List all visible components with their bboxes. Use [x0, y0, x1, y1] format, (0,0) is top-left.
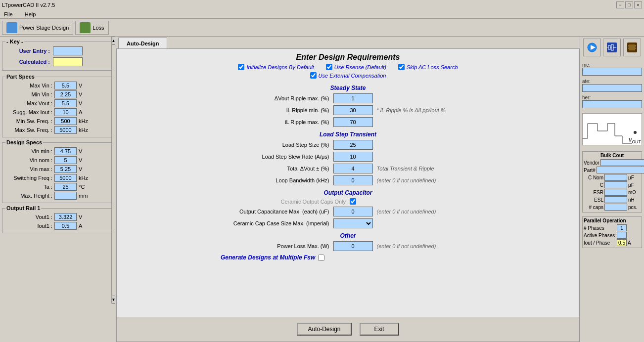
tab-auto-design[interactable]: Auto-Design [118, 38, 167, 48]
bulk-part-input[interactable] [597, 167, 644, 173]
bulk-c-input[interactable] [604, 181, 627, 188]
spec-vout1[interactable]: 3.322 [54, 213, 77, 221]
close-button[interactable]: × [634, 1, 642, 8]
parallel-iout-row: Iout / Phase 0.5 A [584, 239, 641, 246]
power-stage-icon [6, 22, 17, 33]
il-ripple-min-input[interactable] [333, 105, 373, 115]
il-min-label: iL Ripple min. (%) [221, 107, 329, 113]
spec-vin-nom[interactable]: 5 [54, 156, 77, 164]
bulk-c-label: C [584, 182, 603, 188]
form-row-cap-max: Output Capacitance Max. (each) (uF) (ent… [122, 207, 574, 216]
tab-bar: Auto-Design [116, 37, 580, 48]
vout-ripple-input[interactable] [333, 93, 373, 103]
bulk-caps-input[interactable] [604, 204, 627, 211]
spec-row: Vin min : 4.75 V [5, 147, 110, 155]
spec-max-freq[interactable]: 5000 [54, 126, 77, 134]
ceramic-only-checkbox[interactable] [350, 198, 356, 205]
checkbox-rsense-input[interactable] [326, 64, 332, 70]
vout-ripple-label: ΔVout Ripple max. (%) [221, 95, 329, 101]
bulk-esl-unit: nH [628, 197, 641, 203]
spec-min-vin[interactable]: 2.25 [54, 90, 77, 98]
spec-ta[interactable]: 25 [54, 183, 77, 191]
scroll-down[interactable]: ▼ [112, 296, 115, 303]
generate-multiple-label[interactable]: Generate Designs at Multiple Fsw [221, 254, 324, 261]
spec-vin-min[interactable]: 4.75 [54, 147, 77, 155]
spec-row: Ta : 25 °C [5, 183, 110, 191]
form-row-slew-rate: Load Step Slew Rate (A/μs) [122, 152, 574, 162]
loss-button[interactable]: Loss [75, 21, 108, 35]
checkbox-skip-ac-input[interactable] [398, 64, 405, 70]
left-panel: - Key - User Entry : Calculated : Part S… [0, 37, 116, 342]
checkbox-external-comp-input[interactable] [310, 72, 317, 79]
field-her-input[interactable] [582, 100, 642, 108]
il-ripple-max-input[interactable] [333, 117, 373, 127]
bandwidth-input[interactable] [333, 175, 373, 185]
menu-help[interactable]: Help [23, 11, 38, 17]
checkbox-rsense[interactable]: Use Rsense (Default) [326, 64, 386, 70]
spec-vin-max[interactable]: 5.25 [54, 165, 77, 173]
calculated-indicator [53, 57, 83, 66]
titlebar-title: LTpowerCAD II v2.7.5 [2, 2, 55, 8]
left-scrollbar[interactable]: ▲ ▼ [111, 37, 115, 303]
parallel-active-value[interactable] [617, 232, 627, 239]
slew-rate-input[interactable] [333, 152, 373, 162]
design-requirements-panel: Enter Design Requirements Initialize Des… [116, 48, 580, 342]
form-row-case-size: Ceramic Cap Case Size Max. (Imperial) [122, 218, 574, 228]
spec-max-iout[interactable]: 10 [54, 108, 77, 116]
spec-max-vin[interactable]: 5.5 [54, 82, 77, 89]
total-dvout-input[interactable] [333, 164, 373, 173]
power-stage-design-button[interactable]: Power Stage Design [2, 21, 73, 35]
circuit-icon-button[interactable] [603, 39, 621, 56]
spec-row: Max Sw. Freq. : 5000 kHz [5, 126, 110, 134]
key-section: - Key - User Entry : Calculated : [2, 39, 114, 71]
spec-row: Min Sw. Freq. : 500 kHz [5, 117, 110, 125]
power-loss-input[interactable] [333, 241, 373, 251]
minimize-button[interactable]: − [616, 1, 624, 8]
checkbox-initialize[interactable]: Initialize Designs By Default [238, 64, 314, 70]
bulk-vendor-input[interactable] [600, 159, 644, 166]
spec-min-freq[interactable]: 500 [54, 117, 77, 125]
exit-button[interactable]: Exit [360, 323, 399, 336]
checkbox-external-comp-label: Use External Compensation [319, 73, 386, 79]
bulk-cnom-input[interactable] [604, 174, 627, 181]
case-size-select[interactable] [333, 218, 373, 228]
center-panel: Auto-Design Enter Design Requirements In… [116, 37, 580, 342]
scroll-up[interactable]: ▲ [112, 37, 115, 44]
bulk-esl-label: ESL [584, 197, 603, 203]
field-ate-input[interactable] [582, 84, 642, 92]
toolbar: Power Stage Design Loss [0, 19, 644, 37]
play-icon-button[interactable] [583, 39, 601, 56]
checkbox-skip-ac[interactable]: Skip AC Loss Search [398, 64, 458, 70]
spec-sw-freq[interactable]: 5000 [54, 174, 77, 182]
maximize-button[interactable]: □ [625, 1, 633, 8]
bandwidth-note: (enter 0 if not undefined) [377, 177, 476, 183]
spec-max-height[interactable] [54, 192, 77, 200]
checkbox-initialize-input[interactable] [238, 64, 244, 70]
spec-label: Max Vin : [5, 83, 52, 88]
menu-file[interactable]: File [2, 11, 15, 17]
bulk-caps-unit: pcs. [628, 205, 641, 210]
parallel-section: Parallel Operation # Phases 1 Active Pha… [582, 216, 642, 248]
checkbox-external-comp[interactable]: Use External Compensation [310, 72, 386, 79]
field-me-input[interactable] [582, 68, 642, 76]
parallel-phases-row: # Phases 1 [584, 224, 641, 231]
chip-icon-button[interactable] [623, 39, 641, 56]
loss-icon [80, 22, 91, 33]
other-heading: Other [122, 232, 574, 239]
il-min-note: * iL Ripple % is ΔiLpp/Iout % [377, 107, 476, 113]
bulk-cnom-label: C Nom [584, 175, 603, 180]
parallel-active-label: Active Phases [584, 233, 616, 238]
generate-multiple-checkbox[interactable] [318, 255, 324, 261]
bulk-esl-input[interactable] [604, 196, 627, 203]
spec-iout1[interactable]: 0.5 [54, 222, 77, 230]
spec-max-vout[interactable]: 5.5 [54, 99, 77, 107]
key-calculated-row: Calculated : [5, 57, 110, 66]
slew-rate-label: Load Step Slew Rate (A/μs) [221, 154, 329, 160]
parallel-phases-value[interactable]: 1 [617, 224, 627, 231]
cap-max-input[interactable] [333, 207, 373, 216]
total-dvout-note: Total Transient & Ripple [377, 166, 476, 171]
auto-design-button[interactable]: Auto-Design [297, 323, 351, 336]
bulk-esr-input[interactable] [604, 189, 627, 196]
parallel-iout-value: 0.5 [617, 239, 627, 246]
load-step-size-input[interactable] [333, 140, 373, 150]
